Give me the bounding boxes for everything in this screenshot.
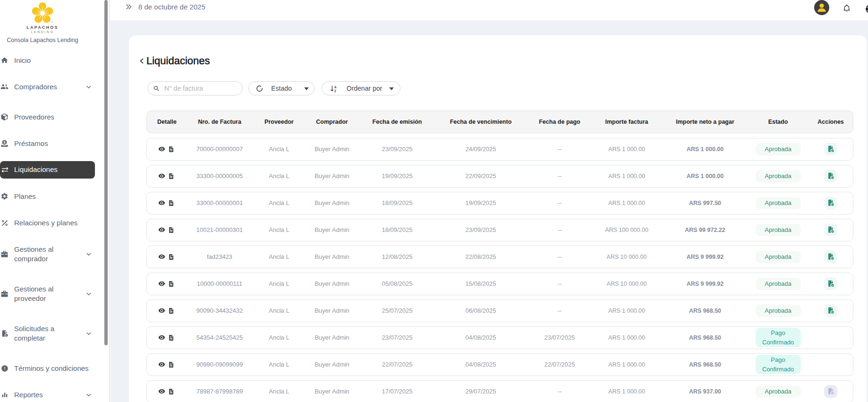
svg-text:Z: Z bbox=[334, 89, 336, 93]
svg-text:$: $ bbox=[4, 141, 6, 145]
svg-text:A: A bbox=[334, 86, 337, 89]
